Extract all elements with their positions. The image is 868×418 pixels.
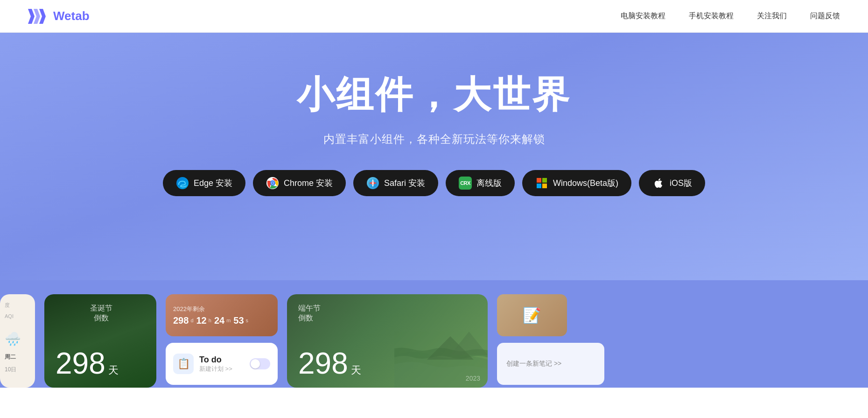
note-widgets: 📝 创建一条新笔记 >> [497, 294, 604, 385]
rain-icon: 🌧️ [5, 331, 30, 347]
edge-icon [176, 177, 189, 190]
svg-point-13 [372, 182, 374, 184]
todo-text: To do 新建计划 >> [199, 355, 232, 373]
svg-point-8 [271, 182, 273, 184]
windows-button-label: Windows(Beta版) [553, 177, 618, 189]
svg-rect-14 [537, 178, 541, 183]
nav-links: 电脑安装教程 手机安装教程 关注我们 问题反馈 [621, 11, 840, 21]
widget-weather-partial: 度 AQI 🌧️ 周二 10日 [0, 294, 35, 388]
hero-title: 小组件，大世界 [297, 70, 571, 120]
chrome-icon [266, 177, 279, 190]
edge-button-label: Edge 安装 [194, 177, 232, 189]
dragon-boat-label1: 端午节 [298, 304, 476, 313]
nav-link-mobile-install[interactable]: 手机安装教程 [689, 12, 734, 20]
hero-section: 小组件，大世界 内置丰富小组件，各种全新玩法等你来解锁 Edge 安装 [0, 33, 868, 280]
svg-rect-15 [542, 178, 547, 183]
ios-button-label: iOS版 [670, 177, 692, 189]
widget-todo: 📋 To do 新建计划 >> [166, 343, 278, 385]
windows-install-button[interactable]: Windows(Beta版) [522, 170, 631, 196]
hero-subtitle: 内置丰富小组件，各种全新玩法等你来解锁 [323, 132, 545, 147]
svg-marker-0 [28, 9, 35, 24]
todo-title: To do [199, 355, 232, 365]
cta-buttons: Edge 安装 Chrome 安装 [163, 170, 705, 196]
ios-install-button[interactable]: iOS版 [639, 170, 705, 196]
aqi-label: AQI [5, 313, 30, 319]
safari-button-label: Safari 安装 [384, 177, 425, 189]
nav-link-pc-install[interactable]: 电脑安装教程 [621, 12, 665, 20]
preview-scroll: 度 AQI 🌧️ 周二 10日 圣诞节 倒数 298 天 2022年剩余 298 [0, 294, 868, 388]
svg-marker-2 [39, 9, 46, 24]
widget-dragon-boat: 端午节 倒数 298 天 2023 [287, 294, 488, 388]
date-label: 10日 [5, 366, 30, 374]
weekday-label: 周二 [5, 353, 30, 361]
safari-icon [366, 177, 379, 190]
logo-icon [28, 9, 49, 24]
widget-countdown-bar: 2022年剩余 298 d 12 h 24 m 53 s [166, 294, 278, 336]
logo: Wetab [28, 9, 90, 24]
countdown-bar-label: 2022年剩余 [173, 305, 270, 313]
chrome-button-label: Chrome 安装 [284, 177, 333, 189]
todo-toggle[interactable] [250, 358, 270, 369]
svg-rect-16 [537, 184, 541, 188]
svg-rect-17 [542, 184, 547, 188]
chrome-install-button[interactable]: Chrome 安装 [253, 170, 346, 196]
widget-note-create[interactable]: 创建一条新笔记 >> [497, 343, 604, 385]
widget-christmas: 圣诞节 倒数 298 天 [44, 294, 156, 388]
stacked-widgets: 2022年剩余 298 d 12 h 24 m 53 s 📋 To do 新建计… [166, 294, 278, 385]
christmas-count: 298 天 [56, 348, 147, 378]
note-create-text: 创建一条新笔记 >> [506, 360, 561, 368]
widget-note-image: 📝 [497, 294, 567, 336]
todo-subtitle: 新建计划 >> [199, 365, 232, 373]
year-label: 2023 [466, 375, 480, 382]
safari-install-button[interactable]: Safari 安装 [353, 170, 438, 196]
temp-label: 度 [5, 302, 30, 309]
christmas-label1: 圣诞节 [56, 304, 147, 313]
countdown-bar-time: 298 d 12 h 24 m 53 s [173, 315, 270, 326]
crx-button-label: 离线版 [476, 177, 502, 189]
christmas-labels: 圣诞节 倒数 [56, 304, 147, 323]
edge-install-button[interactable]: Edge 安装 [163, 170, 245, 196]
crx-icon: CRX [459, 177, 472, 190]
windows-icon [535, 177, 548, 190]
christmas-label2: 倒数 [56, 313, 147, 323]
todo-icon: 📋 [173, 354, 194, 374]
svg-marker-1 [34, 9, 40, 24]
logo-text: Wetab [53, 9, 90, 23]
nav-link-feedback[interactable]: 问题反馈 [810, 12, 840, 20]
nav-link-follow-us[interactable]: 关注我们 [757, 12, 787, 20]
navbar: Wetab 电脑安装教程 手机安装教程 关注我们 问题反馈 [0, 0, 868, 33]
crx-install-button[interactable]: CRX 离线版 [446, 170, 515, 196]
apple-icon [652, 177, 665, 190]
preview-section: 度 AQI 🌧️ 周二 10日 圣诞节 倒数 298 天 2022年剩余 298 [0, 280, 868, 388]
